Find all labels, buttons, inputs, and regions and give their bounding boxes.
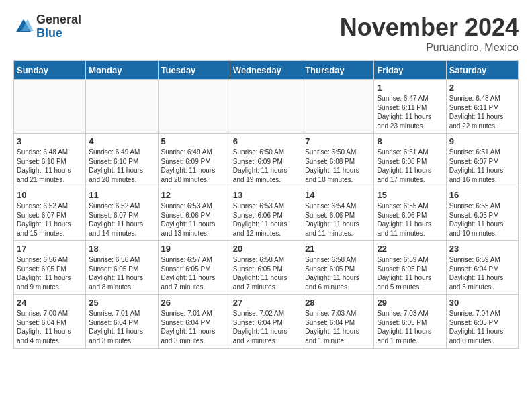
day-number: 20 [233,244,299,254]
day-info: Sunrise: 6:58 AM Sunset: 6:05 PM Dayligh… [233,255,299,291]
day-number: 26 [161,298,227,308]
day-info: Sunrise: 6:56 AM Sunset: 6:05 PM Dayligh… [89,255,154,291]
day-cell: 27Sunrise: 7:02 AM Sunset: 6:04 PM Dayli… [230,295,302,349]
day-info: Sunrise: 7:03 AM Sunset: 6:04 PM Dayligh… [305,309,371,345]
day-number: 2 [449,83,515,93]
day-cell: 30Sunrise: 7:04 AM Sunset: 6:05 PM Dayli… [446,295,518,349]
day-cell [86,80,158,134]
header-day-wednesday: Wednesday [230,61,302,80]
day-number: 11 [89,190,154,200]
day-number: 23 [449,244,515,254]
day-cell: 15Sunrise: 6:55 AM Sunset: 6:06 PM Dayli… [374,187,446,241]
day-info: Sunrise: 6:49 AM Sunset: 6:09 PM Dayligh… [161,148,227,184]
day-cell: 29Sunrise: 7:03 AM Sunset: 6:05 PM Dayli… [374,295,446,349]
logo-blue-text: Blue [36,27,81,40]
day-info: Sunrise: 6:58 AM Sunset: 6:05 PM Dayligh… [305,255,371,291]
day-cell: 9Sunrise: 6:51 AM Sunset: 6:07 PM Daylig… [446,134,518,187]
location-text: Puruandiro, Mexico [340,42,519,54]
calendar-body: 1Sunrise: 6:47 AM Sunset: 6:11 PM Daylig… [14,80,519,349]
day-info: Sunrise: 6:51 AM Sunset: 6:07 PM Dayligh… [449,148,515,184]
day-info: Sunrise: 6:53 AM Sunset: 6:06 PM Dayligh… [161,201,227,238]
day-cell: 14Sunrise: 6:54 AM Sunset: 6:06 PM Dayli… [302,187,374,241]
day-number: 7 [305,136,371,146]
day-cell [230,80,302,134]
day-cell: 5Sunrise: 6:49 AM Sunset: 6:09 PM Daylig… [158,134,230,187]
day-number: 4 [89,136,154,146]
day-cell: 7Sunrise: 6:50 AM Sunset: 6:08 PM Daylig… [302,134,374,187]
day-info: Sunrise: 6:52 AM Sunset: 6:07 PM Dayligh… [89,201,154,238]
day-info: Sunrise: 6:56 AM Sunset: 6:05 PM Dayligh… [17,255,83,291]
day-cell: 20Sunrise: 6:58 AM Sunset: 6:05 PM Dayli… [230,241,302,295]
header-day-friday: Friday [374,61,446,80]
day-info: Sunrise: 7:02 AM Sunset: 6:04 PM Dayligh… [233,309,299,345]
day-number: 12 [161,190,227,200]
day-cell: 8Sunrise: 6:51 AM Sunset: 6:08 PM Daylig… [374,134,446,187]
header-day-saturday: Saturday [446,61,518,80]
day-number: 16 [449,190,515,200]
day-info: Sunrise: 6:57 AM Sunset: 6:05 PM Dayligh… [161,255,227,291]
day-info: Sunrise: 7:04 AM Sunset: 6:05 PM Dayligh… [449,309,515,345]
day-info: Sunrise: 7:03 AM Sunset: 6:05 PM Dayligh… [377,309,443,345]
day-cell: 28Sunrise: 7:03 AM Sunset: 6:04 PM Dayli… [302,295,374,349]
day-info: Sunrise: 6:48 AM Sunset: 6:11 PM Dayligh… [449,94,515,130]
day-info: Sunrise: 6:47 AM Sunset: 6:11 PM Dayligh… [377,94,443,130]
title-block: November 2024 Puruandiro, Mexico [340,13,519,54]
day-number: 22 [377,244,443,254]
day-cell: 19Sunrise: 6:57 AM Sunset: 6:05 PM Dayli… [158,241,230,295]
day-cell [302,80,374,134]
day-cell: 4Sunrise: 6:49 AM Sunset: 6:10 PM Daylig… [86,134,158,187]
day-number: 21 [305,244,371,254]
day-info: Sunrise: 6:52 AM Sunset: 6:07 PM Dayligh… [17,201,83,238]
logo-general-text: General [36,13,81,27]
day-cell [158,80,230,134]
day-info: Sunrise: 6:54 AM Sunset: 6:06 PM Dayligh… [305,201,371,238]
week-row-1: 1Sunrise: 6:47 AM Sunset: 6:11 PM Daylig… [14,80,519,134]
week-row-4: 17Sunrise: 6:56 AM Sunset: 6:05 PM Dayli… [14,241,519,295]
day-number: 28 [305,298,371,308]
week-row-2: 3Sunrise: 6:48 AM Sunset: 6:10 PM Daylig… [14,134,519,187]
page-header: General Blue November 2024 Puruandiro, M… [13,13,519,54]
day-cell: 17Sunrise: 6:56 AM Sunset: 6:05 PM Dayli… [14,241,86,295]
day-number: 14 [305,190,371,200]
day-cell: 13Sunrise: 6:53 AM Sunset: 6:06 PM Dayli… [230,187,302,241]
day-cell: 18Sunrise: 6:56 AM Sunset: 6:05 PM Dayli… [86,241,158,295]
logo: General Blue [13,13,81,40]
header-day-sunday: Sunday [14,61,86,80]
header-row: SundayMondayTuesdayWednesdayThursdayFrid… [14,61,519,80]
day-cell: 1Sunrise: 6:47 AM Sunset: 6:11 PM Daylig… [374,80,446,134]
day-cell: 10Sunrise: 6:52 AM Sunset: 6:07 PM Dayli… [14,187,86,241]
day-cell [14,80,86,134]
day-info: Sunrise: 6:48 AM Sunset: 6:10 PM Dayligh… [17,148,83,184]
day-cell: 26Sunrise: 7:01 AM Sunset: 6:04 PM Dayli… [158,295,230,349]
day-info: Sunrise: 7:01 AM Sunset: 6:04 PM Dayligh… [161,309,227,345]
day-cell: 12Sunrise: 6:53 AM Sunset: 6:06 PM Dayli… [158,187,230,241]
day-number: 5 [161,136,227,146]
day-info: Sunrise: 6:55 AM Sunset: 6:05 PM Dayligh… [449,201,515,238]
day-number: 24 [17,298,83,308]
day-cell: 2Sunrise: 6:48 AM Sunset: 6:11 PM Daylig… [446,80,518,134]
day-info: Sunrise: 7:00 AM Sunset: 6:04 PM Dayligh… [17,309,83,345]
logo-icon [13,17,34,37]
day-cell: 11Sunrise: 6:52 AM Sunset: 6:07 PM Dayli… [86,187,158,241]
day-number: 18 [89,244,154,254]
day-cell: 6Sunrise: 6:50 AM Sunset: 6:09 PM Daylig… [230,134,302,187]
calendar-header: SundayMondayTuesdayWednesdayThursdayFrid… [14,61,519,80]
day-number: 3 [17,136,83,146]
day-cell: 3Sunrise: 6:48 AM Sunset: 6:10 PM Daylig… [14,134,86,187]
month-title: November 2024 [340,13,519,42]
day-number: 17 [17,244,83,254]
day-number: 10 [17,190,83,200]
day-info: Sunrise: 6:50 AM Sunset: 6:08 PM Dayligh… [305,148,371,184]
day-number: 8 [377,136,443,146]
day-number: 29 [377,298,443,308]
day-number: 9 [449,136,515,146]
day-info: Sunrise: 6:49 AM Sunset: 6:10 PM Dayligh… [89,148,154,184]
header-day-monday: Monday [86,61,158,80]
day-number: 25 [89,298,154,308]
header-day-tuesday: Tuesday [158,61,230,80]
day-info: Sunrise: 6:53 AM Sunset: 6:06 PM Dayligh… [233,201,299,238]
day-cell: 24Sunrise: 7:00 AM Sunset: 6:04 PM Dayli… [14,295,86,349]
day-info: Sunrise: 6:50 AM Sunset: 6:09 PM Dayligh… [233,148,299,184]
day-cell: 16Sunrise: 6:55 AM Sunset: 6:05 PM Dayli… [446,187,518,241]
day-cell: 23Sunrise: 6:59 AM Sunset: 6:04 PM Dayli… [446,241,518,295]
